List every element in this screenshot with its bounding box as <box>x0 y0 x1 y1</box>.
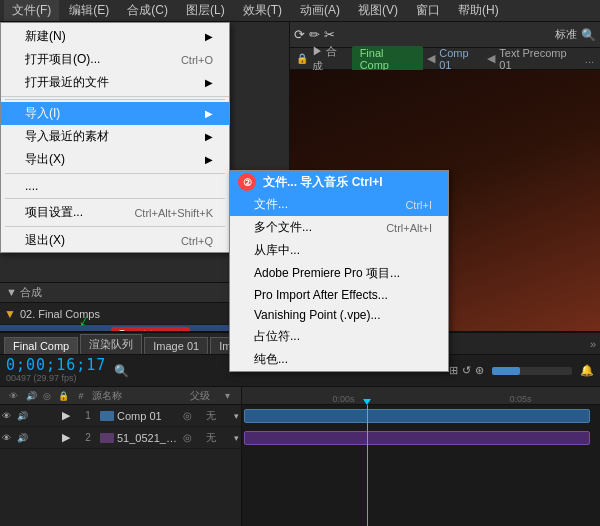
layer2-mode: ◎ <box>183 432 203 443</box>
layer2-parent-arrow[interactable]: ▾ <box>234 433 239 443</box>
menu-animation[interactable]: 动画(A) <box>292 0 348 21</box>
col-name: 源名称 <box>92 389 183 403</box>
menu-export[interactable]: 导出(X) ▶ <box>1 148 229 171</box>
transport-controls: ⊞ ↺ ⊛ <box>449 364 484 377</box>
folder-icon: ▼ <box>4 307 16 321</box>
menu-comp[interactable]: 合成(C) <box>119 0 176 21</box>
menu-import[interactable]: 导入(I) ▶ <box>1 102 229 125</box>
import-submenu: ② 文件... 导入音乐 Ctrl+I 文件... Ctrl+I 多个文件...… <box>229 170 449 372</box>
import-multiple[interactable]: 多个文件... Ctrl+Alt+I <box>230 216 448 239</box>
import-solid[interactable]: 纯色... <box>230 348 448 371</box>
layer1-expand[interactable]: ▶ <box>62 409 76 422</box>
timeline-tab-more[interactable]: » <box>590 338 596 350</box>
layer-controls-panel: 👁 🔊 ◎ 🔒 # 源名称 父级 ▾ 👁 🔊 ▶ 1 Comp 01 ◎ <box>0 387 242 526</box>
search-layer-icon[interactable]: 🔍 <box>114 364 129 378</box>
comp01-tab[interactable]: Comp 01 <box>439 47 483 71</box>
timeline-tab-final-comp[interactable]: Final Comp <box>4 337 78 354</box>
col-mode: 父级 <box>185 389 215 403</box>
arrow-icon: ▶ <box>205 31 213 42</box>
ruler-1: 0:00s <box>333 394 422 404</box>
breadcrumb-sep-1: ◀ <box>427 52 435 65</box>
menu-new[interactable]: 新建(N) ▶ <box>1 25 229 48</box>
track-row-1[interactable] <box>242 405 600 427</box>
layer1-eye[interactable]: 👁 <box>2 411 14 421</box>
folder-label: 02. Final Comps <box>20 308 100 320</box>
transport-icon-3[interactable]: ⊛ <box>475 364 484 377</box>
lock-icon: 🔒 <box>296 53 308 64</box>
playhead-marker <box>363 399 371 405</box>
layer1-parent[interactable]: 无 <box>206 409 231 423</box>
timeline-tab-render[interactable]: 渲染队列 <box>80 334 142 354</box>
menu-import-recent[interactable]: 导入最近的素材 ▶ <box>1 125 229 148</box>
menu-window[interactable]: 窗口 <box>408 0 448 21</box>
menu-edit[interactable]: 编辑(E) <box>61 0 117 21</box>
import-library[interactable]: 从库中... <box>230 239 448 262</box>
col-lock: 🔒 <box>56 391 70 401</box>
layer2-expand[interactable]: ▶ <box>62 431 76 444</box>
timeline-track-area: 0:00s 0:05s <box>242 387 600 526</box>
layer-row-2[interactable]: 👁 🔊 ▶ 2 51_0521_zfd.mp3 ◎ 无 ▾ <box>0 427 241 449</box>
menu-layer[interactable]: 图层(L) <box>178 0 233 21</box>
import-premiere[interactable]: Adobe Premiere Pro 项目... <box>230 262 448 285</box>
layer1-audio[interactable]: 🔊 <box>17 411 29 421</box>
breadcrumb-more[interactable]: ... <box>585 53 594 65</box>
arrow-icon-import-recent: ▶ <box>205 131 213 142</box>
layer2-parent[interactable]: 无 <box>206 431 231 445</box>
layer-timeline-area: 👁 🔊 ◎ 🔒 # 源名称 父级 ▾ 👁 🔊 ▶ 1 Comp 01 ◎ <box>0 387 600 526</box>
arrow-icon-import: ▶ <box>205 108 213 119</box>
menu-project-settings[interactable]: 项目设置... Ctrl+Alt+Shift+K <box>1 201 229 224</box>
layer2-eye[interactable]: 👁 <box>2 433 14 443</box>
import-submenu-header: ② 文件... 导入音乐 Ctrl+I <box>230 171 448 193</box>
breadcrumb-sep-2: ◀ <box>487 52 495 65</box>
tool-icon-1[interactable]: ⟳ <box>294 27 305 42</box>
timeline-progress-fill <box>492 367 520 375</box>
menu-effects[interactable]: 效果(T) <box>235 0 290 21</box>
menu-bar: 文件(F) 编辑(E) 合成(C) 图层(L) 效果(T) 动画(A) 视图(V… <box>0 0 600 22</box>
track-row-2[interactable] <box>242 427 600 449</box>
track-bar-1 <box>244 409 590 423</box>
timeline-extra-icon[interactable]: 🔔 <box>580 364 594 377</box>
tool-icon-2[interactable]: ✏ <box>309 27 320 42</box>
menu-recent[interactable]: 打开最近的文件 ▶ <box>1 71 229 94</box>
layer2-audio[interactable]: 🔊 <box>17 433 29 443</box>
transport-icon-1[interactable]: ⊞ <box>449 364 458 377</box>
comp-info-text: ▶ 合成 <box>312 44 348 74</box>
comp-info-bar: 🔒 ▶ 合成 Final Comp ◀ Comp 01 ◀ Text Preco… <box>290 48 600 70</box>
timeline-playhead <box>367 405 368 526</box>
text-precomp-tab[interactable]: Text Precomp 01 <box>499 47 581 71</box>
transport-icon-2[interactable]: ↺ <box>462 364 471 377</box>
layer1-parent-arrow[interactable]: ▾ <box>234 411 239 421</box>
import-file[interactable]: 文件... Ctrl+I <box>230 193 448 216</box>
timeline-tab-image01[interactable]: Image 01 <box>144 337 208 354</box>
layer1-thumb <box>100 411 114 421</box>
import-submenu-title: 文件... 导入音乐 Ctrl+I <box>263 174 383 191</box>
col-solo: ◎ <box>40 391 54 401</box>
import-pro[interactable]: Pro Import After Effects... <box>230 285 448 305</box>
menu-dots[interactable]: .... <box>1 176 229 196</box>
col-audio: 🔊 <box>24 391 38 401</box>
project-panel-title: ▼ 合成 <box>6 285 42 300</box>
arrow-icon-recent: ▶ <box>205 77 213 88</box>
timeline-ruler: 0:00s 0:05s <box>242 387 600 405</box>
layer-row-1[interactable]: 👁 🔊 ▶ 1 Comp 01 ◎ 无 ▾ <box>0 405 241 427</box>
import-vanishing[interactable]: Vanishing Point (.vpe)... <box>230 305 448 325</box>
timecode-block: 0;00;16;17 00497 (29.97 fps) <box>6 357 106 383</box>
timeline-mini-progress[interactable] <box>492 367 572 375</box>
col-num: # <box>72 391 90 401</box>
import-placeholder[interactable]: 占位符... <box>230 325 448 348</box>
menu-open[interactable]: 打开项目(O)... Ctrl+O <box>1 48 229 71</box>
layer2-num: 2 <box>79 432 97 443</box>
timecode-display[interactable]: 0;00;16;17 <box>6 357 106 374</box>
menu-quit[interactable]: 退出(X) Ctrl+Q <box>1 229 229 252</box>
arrow-icon-export: ▶ <box>205 154 213 165</box>
tool-icon-3[interactable]: ✂ <box>324 27 335 42</box>
menu-view[interactable]: 视图(V) <box>350 0 406 21</box>
timecode-fps: 00497 (29.97 fps) <box>6 374 106 384</box>
track-bar-2 <box>244 431 590 445</box>
annotation-2-circle: ② <box>238 173 256 191</box>
search-icon[interactable]: 🔍 <box>581 28 596 42</box>
final-comp-tab[interactable]: Final Comp <box>352 46 424 72</box>
menu-help[interactable]: 帮助(H) <box>450 0 507 21</box>
menu-file[interactable]: 文件(F) <box>4 0 59 21</box>
layer1-name: Comp 01 <box>117 410 180 422</box>
